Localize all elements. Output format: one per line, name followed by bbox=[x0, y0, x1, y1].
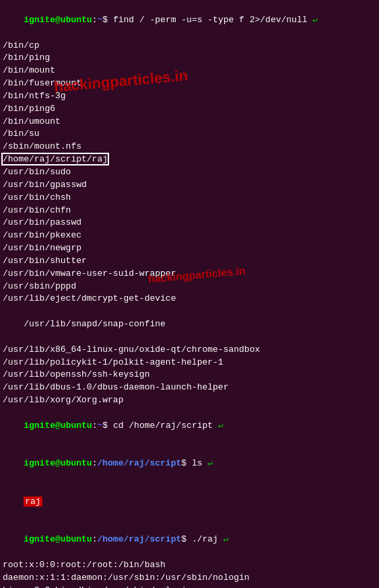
raj-output-text: raj bbox=[24, 497, 42, 507]
prompt-path-run: /home/raj/script bbox=[97, 534, 181, 544]
output-line-chsh: /usr/bin/chsh bbox=[3, 192, 376, 205]
prompt-dollar-1: $ bbox=[102, 15, 108, 25]
output-line-ntfs: /bin/ntfs-3g bbox=[3, 90, 376, 103]
output-line-mount: /bin/mount bbox=[3, 65, 376, 77]
command-text-1: find / -perm -u=s -type f 2>/dev/null bbox=[108, 15, 307, 25]
highlighted-path: /home/raj/script/raj bbox=[3, 154, 108, 164]
output-line-chfn: /usr/bin/chfn bbox=[3, 205, 376, 217]
output-line-dmcrypt: /usr/lib/eject/dmcrypt-get-device bbox=[3, 293, 376, 305]
command-text-run: ./raj bbox=[186, 534, 218, 544]
prompt-user-ls: ignite@ubuntu bbox=[24, 458, 92, 468]
arrow-icon-cd: ↵ bbox=[218, 420, 223, 433]
arrow-icon-1: ↵ bbox=[312, 14, 318, 27]
arrow-icon-run: ↵ bbox=[223, 534, 229, 546]
output-line-fusermount: /bin/fusermount bbox=[3, 77, 376, 90]
output-line-passwd: /usr/bin/passwd bbox=[3, 217, 376, 229]
command-text-cd: cd /home/raj/script bbox=[108, 420, 213, 431]
passwd-daemon: daemon:x:1:1:daemon:/usr/sbin:/usr/sbin/… bbox=[3, 572, 376, 585]
prompt-dollar-cd: $ bbox=[102, 420, 108, 431]
passwd-root: root:x:0:0:root:/root:/bin/bash bbox=[3, 559, 376, 572]
output-line-snapd: /usr/lib/snapd/snap-confine bbox=[3, 305, 376, 344]
output-line-su: /bin/su bbox=[3, 128, 376, 141]
prompt-dollar-ls: $ bbox=[181, 458, 186, 468]
prompt-path-ls: /home/raj/script bbox=[97, 458, 181, 468]
output-line-shutter: /usr/bin/shutter bbox=[3, 255, 376, 268]
output-line-ssh-keysign: /usr/lib/openssh/ssh-keysign bbox=[3, 369, 376, 381]
passwd-bin: bin:x:2:2:bin:/bin:/usr/sbin/nologin bbox=[3, 585, 376, 588]
command-line-cd: ignite@ubuntu:~$ cd /home/raj/script ↵ bbox=[3, 407, 376, 445]
prompt-user-run: ignite@ubuntu bbox=[24, 534, 92, 544]
output-line-raj: raj bbox=[3, 483, 376, 521]
command-text-ls: ls bbox=[186, 458, 202, 468]
output-line-pppd: /usr/sbin/pppd bbox=[3, 281, 376, 293]
output-line-dbus: /usr/lib/dbus-1.0/dbus-daemon-launch-hel… bbox=[3, 381, 376, 394]
output-line-pkexec: /usr/bin/pkexec bbox=[3, 229, 376, 242]
output-line-ping6: /bin/ping6 bbox=[3, 103, 376, 116]
terminal-window: hackingparticles.in hackingparticles.in … bbox=[0, 0, 379, 588]
command-line-ls: ignite@ubuntu:/home/raj/script$ ls ↵ bbox=[3, 445, 376, 484]
output-line-newgrp: /usr/bin/newgrp bbox=[3, 242, 376, 255]
output-line-sudo: /usr/bin/sudo bbox=[3, 166, 376, 179]
output-line-raj-script: /home/raj/script/raj bbox=[3, 153, 376, 166]
prompt-dollar-run: $ bbox=[181, 534, 186, 544]
prompt-user-cd: ignite@ubuntu bbox=[24, 420, 92, 431]
command-line-1: ignite@ubuntu:~$ find / -perm -u=s -type… bbox=[3, 1, 376, 40]
output-line-cp: /bin/cp bbox=[3, 40, 376, 52]
output-line-xorg: /usr/lib/xorg/Xorg.wrap bbox=[3, 394, 376, 407]
output-line-gpasswd: /usr/bin/gpasswd bbox=[3, 179, 376, 192]
output-line-umount: /bin/umount bbox=[3, 116, 376, 128]
arrow-icon-ls: ↵ bbox=[207, 457, 213, 470]
output-line-vmware: /usr/bin/vmware-user-suid-wrapper bbox=[3, 268, 376, 281]
output-line-sbin-mount: /sbin/mount.nfs bbox=[3, 141, 376, 153]
output-line-polkit: /usr/lib/policykit-1/polkit-agent-helper… bbox=[3, 357, 376, 369]
output-line-chrome-sandbox: /usr/lib/x86_64-linux-gnu/oxide-qt/chrom… bbox=[3, 344, 376, 357]
prompt-user-1: ignite@ubuntu bbox=[24, 15, 92, 25]
output-line-ping: /bin/ping bbox=[3, 52, 376, 65]
command-line-runraj: ignite@ubuntu:/home/raj/script$ ./raj ↵ bbox=[3, 521, 376, 560]
